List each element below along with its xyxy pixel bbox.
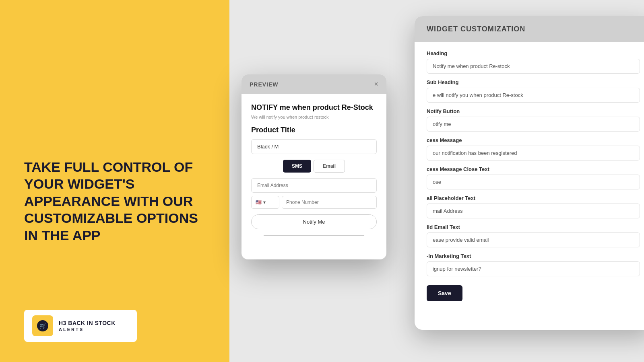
logo-title: H3 BACK IN STOCK bbox=[59, 320, 116, 326]
field-label-marketing-text: -In Marketing Text bbox=[427, 253, 640, 259]
input-notify-button[interactable] bbox=[427, 117, 640, 132]
input-valid-email[interactable] bbox=[427, 232, 640, 247]
preview-subheading: We will notify you when product restock bbox=[251, 115, 377, 119]
widget-card-header: WIDGET CUSTOMIZATION bbox=[415, 16, 644, 42]
main-headline: TAKE FULL CONTROL OF YOUR WIDGET'S APPEA… bbox=[24, 158, 205, 244]
phone-input[interactable] bbox=[282, 196, 377, 209]
preview-product-title: Product Title bbox=[251, 126, 377, 134]
preview-card-title: PREVIEW bbox=[250, 81, 279, 88]
field-label-success-message: cess Message bbox=[427, 137, 640, 143]
field-notify-button: Notify Button bbox=[427, 108, 640, 132]
field-label-notify-button: Notify Button bbox=[427, 108, 640, 114]
preview-card-header: PREVIEW × bbox=[242, 74, 386, 94]
widget-card-body: Heading Sub Heading Notify Button cess M… bbox=[415, 42, 644, 309]
input-subheading[interactable] bbox=[427, 88, 640, 103]
field-label-heading: Heading bbox=[427, 50, 640, 56]
logo-subtitle: ALERTS bbox=[59, 327, 116, 332]
logo-icon: 🛒 bbox=[32, 315, 53, 336]
preview-tabs: SMS Email bbox=[251, 160, 377, 173]
field-email-placeholder: ail Placeholder Text bbox=[427, 195, 640, 218]
field-subheading: Sub Heading bbox=[427, 79, 640, 103]
input-close-text[interactable] bbox=[427, 175, 640, 189]
tab-sms[interactable]: SMS bbox=[283, 160, 311, 173]
field-close-text: cess Message Close Text bbox=[427, 166, 640, 189]
input-email-placeholder[interactable] bbox=[427, 204, 640, 218]
field-label-valid-email: lid Email Text bbox=[427, 224, 640, 230]
input-success-message[interactable] bbox=[427, 146, 640, 160]
left-panel: TAKE FULL CONTROL OF YOUR WIDGET'S APPEA… bbox=[0, 0, 229, 362]
logo-text: H3 BACK IN STOCK ALERTS bbox=[59, 320, 116, 332]
save-button[interactable]: Save bbox=[427, 285, 462, 301]
field-valid-email: lid Email Text bbox=[427, 224, 640, 247]
preview-card-body: NOTIFY me when product Re-Stock We will … bbox=[242, 94, 386, 245]
tab-email[interactable]: Email bbox=[314, 160, 345, 173]
preview-divider bbox=[264, 235, 364, 236]
preview-card: PREVIEW × NOTIFY me when product Re-Stoc… bbox=[242, 74, 386, 259]
field-heading: Heading bbox=[427, 50, 640, 74]
field-success-message: cess Message bbox=[427, 137, 640, 160]
preview-heading: NOTIFY me when product Re-Stock bbox=[251, 103, 377, 112]
notify-me-button[interactable]: Notify Me bbox=[251, 214, 377, 229]
close-icon[interactable]: × bbox=[374, 80, 378, 88]
field-label-subheading: Sub Heading bbox=[427, 79, 640, 85]
svg-text:🛒: 🛒 bbox=[39, 323, 47, 329]
logo-area: 🛒 H3 BACK IN STOCK ALERTS bbox=[24, 310, 137, 342]
phone-row: 🇺🇸 ▾ bbox=[251, 196, 377, 209]
input-marketing-text[interactable] bbox=[427, 261, 640, 276]
field-label-email-placeholder: ail Placeholder Text bbox=[427, 195, 640, 201]
widget-customization-card: WIDGET CUSTOMIZATION Heading Sub Heading… bbox=[415, 16, 644, 330]
field-marketing-text: -In Marketing Text bbox=[427, 253, 640, 276]
field-label-close-text: cess Message Close Text bbox=[427, 166, 640, 172]
phone-flag[interactable]: 🇺🇸 ▾ bbox=[251, 196, 279, 209]
widget-card-title: WIDGET CUSTOMIZATION bbox=[427, 25, 525, 33]
variant-select[interactable]: Black / M Black / S White / M bbox=[251, 139, 377, 154]
email-input[interactable] bbox=[251, 178, 377, 193]
chevron-down-icon: ▾ bbox=[263, 200, 266, 205]
flag-emoji: 🇺🇸 bbox=[256, 200, 262, 205]
right-panel: WIDGET CUSTOMIZATION Heading Sub Heading… bbox=[229, 0, 644, 362]
input-heading[interactable] bbox=[427, 59, 640, 74]
